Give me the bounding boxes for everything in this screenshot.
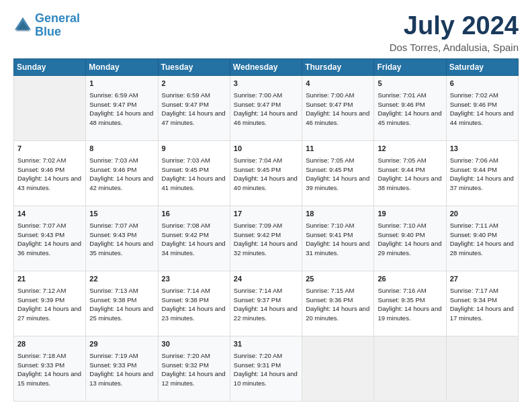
daylight-text: Daylight: 14 hours and 43 minutes. bbox=[17, 174, 82, 193]
sunset-text: Sunset: 9:47 PM bbox=[234, 100, 298, 109]
sunrise-text: Sunrise: 7:07 AM bbox=[17, 221, 82, 230]
sunset-text: Sunset: 9:46 PM bbox=[450, 100, 515, 109]
daylight-text: Daylight: 14 hours and 25 minutes. bbox=[89, 304, 154, 323]
sunrise-text: Sunrise: 7:10 AM bbox=[306, 221, 370, 230]
sunrise-text: Sunrise: 7:06 AM bbox=[450, 156, 515, 165]
day-number: 12 bbox=[378, 144, 442, 154]
sunrise-text: Sunrise: 6:59 AM bbox=[162, 91, 226, 100]
daylight-text: Daylight: 14 hours and 35 minutes. bbox=[89, 239, 154, 258]
daylight-text: Daylight: 14 hours and 44 minutes. bbox=[450, 109, 515, 128]
sunset-text: Sunset: 9:43 PM bbox=[89, 230, 154, 240]
day-number: 27 bbox=[450, 274, 515, 285]
day-number: 4 bbox=[306, 79, 370, 89]
calendar-cell: 16Sunrise: 7:08 AMSunset: 9:42 PMDayligh… bbox=[158, 205, 230, 271]
day-number: 18 bbox=[306, 209, 370, 220]
calendar-cell: 27Sunrise: 7:17 AMSunset: 9:34 PMDayligh… bbox=[446, 271, 518, 336]
daylight-text: Daylight: 14 hours and 41 minutes. bbox=[162, 174, 226, 193]
sunrise-text: Sunrise: 7:15 AM bbox=[306, 286, 370, 295]
day-number: 6 bbox=[450, 79, 515, 89]
sunrise-text: Sunrise: 7:08 AM bbox=[162, 221, 226, 230]
sunset-text: Sunset: 9:42 PM bbox=[234, 230, 298, 240]
sunset-text: Sunset: 9:38 PM bbox=[89, 295, 154, 305]
calendar-cell: 19Sunrise: 7:10 AMSunset: 9:40 PMDayligh… bbox=[374, 205, 446, 271]
daylight-text: Daylight: 14 hours and 34 minutes. bbox=[162, 239, 226, 258]
sunset-text: Sunset: 9:47 PM bbox=[162, 100, 226, 109]
day-number: 8 bbox=[89, 144, 154, 154]
daylight-text: Daylight: 14 hours and 36 minutes. bbox=[17, 239, 82, 258]
day-number: 20 bbox=[450, 209, 515, 220]
day-number: 28 bbox=[17, 339, 82, 350]
day-number: 17 bbox=[234, 209, 298, 220]
day-number: 3 bbox=[234, 79, 298, 89]
calendar-cell: 5Sunrise: 7:01 AMSunset: 9:46 PMDaylight… bbox=[374, 75, 446, 140]
sunset-text: Sunset: 9:31 PM bbox=[234, 361, 298, 370]
week-row-5: 28Sunrise: 7:18 AMSunset: 9:33 PMDayligh… bbox=[14, 336, 519, 401]
calendar-cell: 2Sunrise: 6:59 AMSunset: 9:47 PMDaylight… bbox=[158, 75, 230, 140]
daylight-text: Daylight: 14 hours and 37 minutes. bbox=[450, 174, 515, 193]
sunrise-text: Sunrise: 7:20 AM bbox=[234, 351, 298, 361]
day-number: 7 bbox=[17, 144, 82, 154]
sunset-text: Sunset: 9:39 PM bbox=[17, 295, 82, 305]
day-number: 24 bbox=[234, 274, 298, 285]
sunrise-text: Sunrise: 7:12 AM bbox=[17, 286, 82, 295]
sunrise-text: Sunrise: 7:01 AM bbox=[378, 91, 442, 100]
sunset-text: Sunset: 9:47 PM bbox=[306, 100, 370, 109]
day-number: 10 bbox=[234, 144, 298, 154]
calendar-cell: 7Sunrise: 7:02 AMSunset: 9:46 PMDaylight… bbox=[14, 140, 86, 205]
logo: General Blue bbox=[13, 12, 80, 39]
calendar-cell: 6Sunrise: 7:02 AMSunset: 9:46 PMDaylight… bbox=[446, 75, 518, 140]
calendar-header-row: SundayMondayTuesdayWednesdayThursdayFrid… bbox=[14, 58, 519, 75]
sunrise-text: Sunrise: 7:02 AM bbox=[450, 91, 515, 100]
daylight-text: Daylight: 14 hours and 27 minutes. bbox=[17, 304, 82, 323]
day-number: 23 bbox=[162, 274, 226, 285]
col-header-thursday: Thursday bbox=[302, 58, 374, 75]
sunrise-text: Sunrise: 7:13 AM bbox=[89, 286, 154, 295]
day-number: 5 bbox=[378, 79, 442, 89]
daylight-text: Daylight: 14 hours and 22 minutes. bbox=[234, 304, 298, 323]
calendar-cell: 15Sunrise: 7:07 AMSunset: 9:43 PMDayligh… bbox=[86, 205, 158, 271]
subtitle: Dos Torres, Andalusia, Spain bbox=[390, 42, 519, 53]
daylight-text: Daylight: 14 hours and 31 minutes. bbox=[306, 239, 370, 258]
calendar-cell: 31Sunrise: 7:20 AMSunset: 9:31 PMDayligh… bbox=[230, 336, 302, 401]
sunrise-text: Sunrise: 7:09 AM bbox=[234, 221, 298, 230]
daylight-text: Daylight: 14 hours and 48 minutes. bbox=[89, 109, 154, 128]
daylight-text: Daylight: 14 hours and 40 minutes. bbox=[234, 174, 298, 193]
col-header-friday: Friday bbox=[374, 58, 446, 75]
calendar-cell: 20Sunrise: 7:11 AMSunset: 9:40 PMDayligh… bbox=[446, 205, 518, 271]
day-number: 2 bbox=[162, 79, 226, 89]
calendar-cell: 10Sunrise: 7:04 AMSunset: 9:45 PMDayligh… bbox=[230, 140, 302, 205]
sunset-text: Sunset: 9:37 PM bbox=[234, 295, 298, 305]
daylight-text: Daylight: 14 hours and 46 minutes. bbox=[306, 109, 370, 128]
sunrise-text: Sunrise: 7:18 AM bbox=[17, 351, 82, 361]
calendar-cell: 29Sunrise: 7:19 AMSunset: 9:33 PMDayligh… bbox=[86, 336, 158, 401]
week-row-2: 7Sunrise: 7:02 AMSunset: 9:46 PMDaylight… bbox=[14, 140, 519, 205]
daylight-text: Daylight: 14 hours and 47 minutes. bbox=[162, 109, 226, 128]
sunset-text: Sunset: 9:46 PM bbox=[17, 165, 82, 175]
day-number: 16 bbox=[162, 209, 226, 220]
daylight-text: Daylight: 14 hours and 17 minutes. bbox=[450, 304, 515, 323]
daylight-text: Daylight: 14 hours and 29 minutes. bbox=[378, 239, 442, 258]
daylight-text: Daylight: 14 hours and 39 minutes. bbox=[306, 174, 370, 193]
calendar-table: SundayMondayTuesdayWednesdayThursdayFrid… bbox=[13, 58, 519, 402]
daylight-text: Daylight: 14 hours and 46 minutes. bbox=[234, 109, 298, 128]
calendar-cell: 30Sunrise: 7:20 AMSunset: 9:32 PMDayligh… bbox=[158, 336, 230, 401]
sunrise-text: Sunrise: 7:07 AM bbox=[89, 221, 154, 230]
sunset-text: Sunset: 9:45 PM bbox=[162, 165, 226, 175]
daylight-text: Daylight: 14 hours and 32 minutes. bbox=[234, 239, 298, 258]
sunset-text: Sunset: 9:38 PM bbox=[162, 295, 226, 305]
page: General Blue July 2024 Dos Torres, Andal… bbox=[0, 0, 532, 411]
sunrise-text: Sunrise: 7:05 AM bbox=[378, 156, 442, 165]
calendar-cell: 22Sunrise: 7:13 AMSunset: 9:38 PMDayligh… bbox=[86, 271, 158, 336]
calendar-cell: 13Sunrise: 7:06 AMSunset: 9:44 PMDayligh… bbox=[446, 140, 518, 205]
sunset-text: Sunset: 9:45 PM bbox=[306, 165, 370, 175]
sunrise-text: Sunrise: 7:19 AM bbox=[89, 351, 154, 361]
calendar-cell: 23Sunrise: 7:14 AMSunset: 9:38 PMDayligh… bbox=[158, 271, 230, 336]
day-number: 30 bbox=[162, 339, 226, 350]
logo-text: General Blue bbox=[35, 12, 80, 39]
calendar-cell: 3Sunrise: 7:00 AMSunset: 9:47 PMDaylight… bbox=[230, 75, 302, 140]
day-number: 26 bbox=[378, 274, 442, 285]
sunrise-text: Sunrise: 7:02 AM bbox=[17, 156, 82, 165]
logo-blue: Blue bbox=[35, 25, 61, 38]
day-number: 19 bbox=[378, 209, 442, 220]
col-header-saturday: Saturday bbox=[446, 58, 518, 75]
